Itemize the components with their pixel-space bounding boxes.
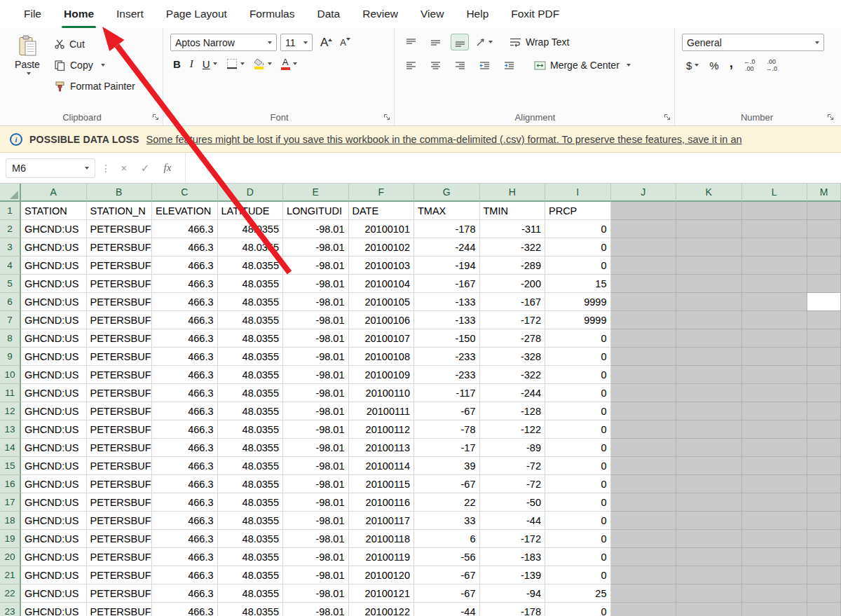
column-header-J[interactable]: J [611,184,677,202]
orientation-button[interactable] [475,34,493,50]
row-header-13[interactable]: 13 [0,420,21,439]
name-box[interactable]: M6 [6,158,95,178]
cell-D5[interactable]: 48.0355 [218,275,284,293]
cell-G22[interactable]: -67 [414,584,480,603]
cell-J7[interactable] [611,311,677,329]
cell-J15[interactable] [611,457,677,475]
cell-M6[interactable] [807,293,841,311]
column-header-A[interactable]: A [21,184,87,202]
cell-K6[interactable] [676,293,742,311]
cell-J21[interactable] [611,566,677,584]
cell-K2[interactable] [676,220,742,238]
top-align-button[interactable] [402,34,420,50]
cell-I4[interactable]: 0 [545,256,611,275]
tab-foxit-pdf[interactable]: Foxit PDF [500,0,570,28]
cell-L3[interactable] [742,238,808,256]
cell-L1[interactable] [742,202,808,220]
cell-I14[interactable]: 0 [545,439,611,457]
cell-D15[interactable]: 48.0355 [218,457,284,475]
cell-A9[interactable]: GHCND:US [21,348,87,366]
cell-E9[interactable]: -98.01 [283,348,349,366]
cell-H2[interactable]: -311 [480,220,546,238]
cell-M14[interactable] [807,439,841,457]
cell-C20[interactable]: 466.3 [152,548,218,566]
cell-G5[interactable]: -167 [414,275,480,293]
cell-K7[interactable] [676,311,742,329]
cell-H14[interactable]: -89 [480,439,546,457]
cell-D7[interactable]: 48.0355 [218,311,284,329]
cell-E1[interactable]: LONGITUDI [283,202,349,220]
cell-C2[interactable]: 466.3 [152,220,218,238]
cell-H11[interactable]: -244 [480,384,546,402]
cell-F6[interactable]: 20100105 [349,293,415,311]
cell-C1[interactable]: ELEVATION [152,202,218,220]
cut-button[interactable]: Cut [55,35,135,53]
increase-decimal-button[interactable]: ←.0 .00 [744,58,755,73]
italic-button[interactable]: I [190,58,193,70]
cell-E4[interactable]: -98.01 [283,256,349,275]
cell-E10[interactable]: -98.01 [283,366,349,384]
cell-L12[interactable] [742,402,808,420]
cancel-icon[interactable]: × [116,162,132,174]
row-header-17[interactable]: 17 [0,493,21,512]
cell-F14[interactable]: 20100113 [349,439,415,457]
cell-L7[interactable] [742,311,808,329]
cell-K18[interactable] [676,512,742,530]
column-header-B[interactable]: B [87,184,153,202]
cell-A10[interactable]: GHCND:US [21,366,87,384]
tab-view[interactable]: View [409,0,455,28]
cell-I20[interactable]: 0 [545,548,611,566]
cell-K5[interactable] [676,275,742,293]
cell-A12[interactable]: GHCND:US [21,402,87,420]
cell-M17[interactable] [807,493,841,512]
cell-H7[interactable]: -172 [480,311,546,329]
cell-J23[interactable] [611,603,677,616]
align-right-button[interactable] [451,57,469,74]
cell-G17[interactable]: 22 [414,493,480,512]
borders-button[interactable] [226,58,245,69]
accounting-format-button[interactable]: $ [686,60,699,71]
cell-F8[interactable]: 20100107 [349,329,415,348]
cell-I17[interactable]: 0 [545,493,611,512]
row-header-4[interactable]: 4 [0,256,21,275]
cell-F16[interactable]: 20100115 [349,475,415,493]
fill-color-button[interactable] [254,58,272,69]
cell-K15[interactable] [676,457,742,475]
cell-B6[interactable]: PETERSBUF [87,293,153,311]
cell-E16[interactable]: -98.01 [283,475,349,493]
column-header-I[interactable]: I [545,184,611,202]
cell-A14[interactable]: GHCND:US [21,439,87,457]
cell-F1[interactable]: DATE [349,202,415,220]
tab-page-layout[interactable]: Page Layout [155,0,238,28]
cell-E3[interactable]: -98.01 [283,238,349,256]
cell-E11[interactable]: -98.01 [283,384,349,402]
cell-H20[interactable]: -183 [480,548,546,566]
cell-B22[interactable]: PETERSBUF [87,584,153,603]
enter-icon[interactable]: ✓ [137,162,153,174]
cell-C6[interactable]: 466.3 [152,293,218,311]
cell-G7[interactable]: -133 [414,311,480,329]
cell-A15[interactable]: GHCND:US [21,457,87,475]
cell-B10[interactable]: PETERSBUF [87,366,153,384]
cell-C21[interactable]: 466.3 [152,566,218,584]
cell-D16[interactable]: 48.0355 [218,475,284,493]
cell-J9[interactable] [611,348,677,366]
increase-font-size-button[interactable]: A [320,36,332,50]
cell-C16[interactable]: 466.3 [152,475,218,493]
cell-J4[interactable] [611,256,677,275]
cell-G23[interactable]: -44 [414,603,480,616]
tab-formulas[interactable]: Formulas [238,0,306,28]
cell-E12[interactable]: -98.01 [283,402,349,420]
cell-B20[interactable]: PETERSBUF [87,548,153,566]
warning-message-link[interactable]: Some features might be lost if you save … [146,134,742,145]
column-header-F[interactable]: F [349,184,415,202]
column-header-G[interactable]: G [414,184,480,202]
cell-M18[interactable] [807,512,841,530]
cell-A18[interactable]: GHCND:US [21,512,87,530]
cell-I15[interactable]: 0 [545,457,611,475]
cell-F22[interactable]: 20100121 [349,584,415,603]
cell-F13[interactable]: 20100112 [349,420,415,439]
cell-A17[interactable]: GHCND:US [21,493,87,512]
cell-H18[interactable]: -44 [480,512,546,530]
cell-E2[interactable]: -98.01 [283,220,349,238]
